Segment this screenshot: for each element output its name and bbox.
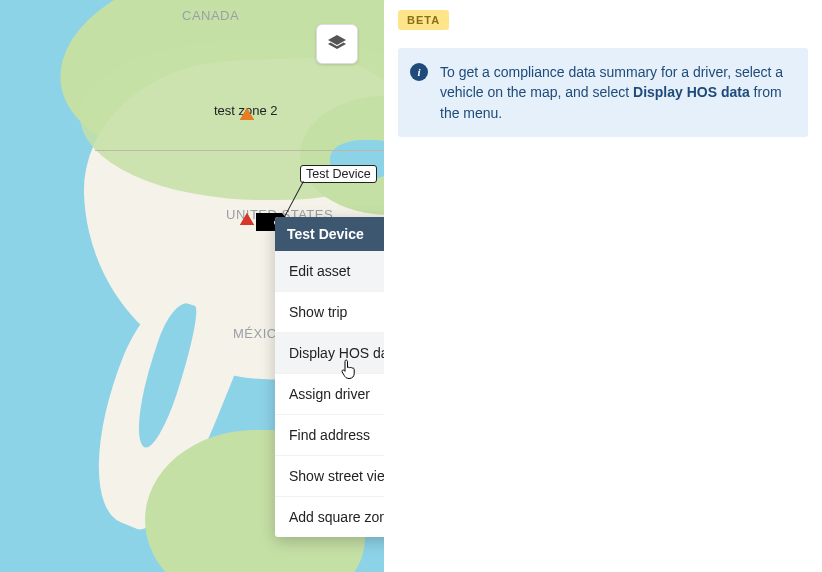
- layers-icon: [325, 32, 349, 56]
- zone-warning-icon: [240, 108, 254, 120]
- info-text: To get a compliance data summary for a d…: [440, 62, 792, 123]
- info-text-bold: Display HOS data: [633, 84, 750, 100]
- info-box: i To get a compliance data summary for a…: [398, 48, 808, 137]
- ctx-item-edit-asset[interactable]: Edit asset: [275, 251, 384, 292]
- alert-icon: [240, 213, 254, 225]
- beta-badge: BETA: [398, 10, 449, 30]
- ctx-item-assign-driver[interactable]: Assign driver: [275, 374, 384, 415]
- info-icon: i: [410, 63, 428, 81]
- context-menu-header: Test Device: [275, 217, 384, 251]
- context-menu-title: Test Device: [287, 226, 364, 242]
- map-pane[interactable]: CANADA UNITED STATES MÉXICO test zone 2 …: [0, 0, 384, 572]
- ctx-item-add-square-zone[interactable]: Add square zone here: [275, 497, 384, 537]
- device-tooltip: Test Device: [300, 165, 377, 183]
- context-menu: Test Device Edit asset Show trip Display…: [275, 217, 384, 537]
- layers-button[interactable]: [316, 24, 358, 64]
- ctx-item-display-hos-data[interactable]: Display HOS data: [275, 333, 384, 374]
- right-pane: BETA i To get a compliance data summary …: [384, 0, 822, 572]
- ctx-item-find-address[interactable]: Find address: [275, 415, 384, 456]
- ctx-item-show-trip[interactable]: Show trip: [275, 292, 384, 333]
- ctx-item-show-street-view[interactable]: Show street view: [275, 456, 384, 497]
